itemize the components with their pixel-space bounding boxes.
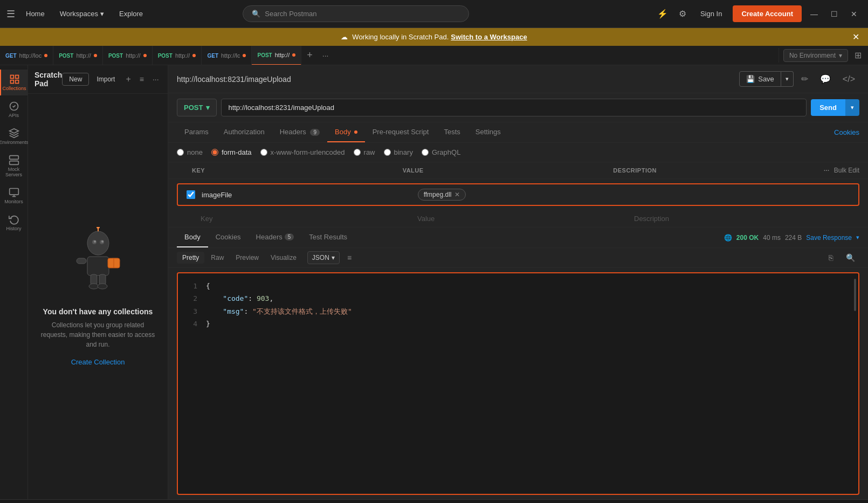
sidebar-item-apis[interactable]: APIs [0, 97, 28, 122]
tab-6-active[interactable]: POST http:// [252, 46, 301, 65]
svg-rect-0 [10, 75, 13, 79]
req-tab-params[interactable]: Params [177, 122, 216, 142]
radio-urlencoded[interactable]: x-www-form-urlencoded [260, 148, 345, 156]
fmt-tab-preview[interactable]: Preview [230, 252, 264, 264]
format-icon-btn[interactable]: ≡ [343, 251, 356, 264]
fmt-tab-pretty[interactable]: Pretty [177, 252, 204, 264]
format-select[interactable]: JSON ▾ [307, 251, 340, 264]
nav-workspaces[interactable]: Workspaces ▾ [56, 6, 108, 21]
tab-6-method: POST [257, 52, 272, 58]
sync-icon-btn[interactable]: ⚡ [654, 5, 671, 22]
radio-form-data[interactable]: form-data [211, 148, 252, 156]
search-bar[interactable]: 🔍 Search Postman [243, 5, 469, 22]
resp-tab-cookies[interactable]: Cookies [208, 228, 249, 247]
apis-label: APIs [9, 113, 19, 118]
new-button[interactable]: New [62, 73, 89, 86]
req-tab-settings[interactable]: Settings [468, 122, 508, 142]
tab-4[interactable]: POST http:// [153, 46, 202, 65]
sidebar-item-monitors[interactable]: Monitors [0, 183, 28, 209]
more-tabs-button[interactable]: ··· [318, 46, 333, 65]
search-response-icon-btn[interactable]: 🔍 [842, 251, 859, 264]
resp-tab-test-results[interactable]: Test Results [301, 228, 355, 247]
code-line-1: 1 { [187, 280, 850, 292]
req-tab-body[interactable]: Body [327, 122, 365, 142]
tab-3-method: POST [108, 53, 123, 59]
kv-row-1-checkbox[interactable] [187, 190, 195, 199]
sidebar-icons: Collections APIs Environments Mock Serve… [0, 65, 28, 499]
file-tag-remove-icon[interactable]: ✕ [454, 191, 460, 198]
method-select[interactable]: POST ▾ [177, 99, 217, 116]
tab-bar-right: No Environment ▾ ⊞ [779, 48, 864, 63]
kv-empty-value[interactable]: Value [417, 215, 634, 223]
banner-bold-text[interactable]: Switch to a Workspace [451, 33, 527, 41]
add-tab-button[interactable]: + [301, 46, 318, 65]
radio-graphql[interactable]: GraphQL [422, 148, 460, 156]
radio-urlencoded-label: x-www-form-urlencoded [271, 148, 345, 156]
cookies-link[interactable]: Cookies [834, 123, 859, 142]
format-chevron-icon: ▾ [332, 254, 335, 261]
sidebar-item-collections[interactable]: Collections [0, 70, 28, 95]
bulk-edit-button[interactable]: Bulk Edit [834, 167, 859, 174]
history-icon [9, 214, 19, 225]
send-dropdown-button[interactable]: ▾ [845, 99, 859, 116]
tab-2[interactable]: POST http:// [53, 46, 103, 65]
response-tabs-bar: Body Cookies Headers 5 Test Results 🌐 20… [168, 228, 868, 248]
sidebar-more-icon-btn[interactable]: ··· [149, 74, 162, 85]
create-collection-link[interactable]: Create Collection [71, 358, 125, 366]
kv-empty-desc[interactable]: Description [634, 215, 851, 223]
save-button[interactable]: 💾 Save [739, 71, 781, 87]
save-response-button[interactable]: Save Response [806, 234, 852, 242]
svg-rect-9 [9, 189, 18, 195]
req-tab-headers[interactable]: Headers 9 [272, 122, 327, 142]
sign-in-button[interactable]: Sign In [694, 6, 728, 21]
tab-1[interactable]: GET http://loc [0, 46, 53, 65]
sidebar-item-history[interactable]: History [0, 210, 28, 236]
sidebar-item-environments[interactable]: Environments [0, 123, 28, 149]
create-account-button[interactable]: Create Account [733, 5, 802, 22]
fmt-tab-raw[interactable]: Raw [205, 252, 229, 264]
scratch-pad-title: Scratch Pad [35, 71, 62, 88]
settings-icon-btn[interactable]: ⚙ [676, 5, 690, 22]
empty-state-title: You don't have any collections [43, 307, 153, 316]
comment-icon-btn[interactable]: 💬 [816, 71, 835, 87]
fmt-tab-visualize[interactable]: Visualize [265, 252, 302, 264]
code-icon-btn[interactable]: </> [838, 71, 859, 87]
req-tab-body-label: Body [335, 128, 351, 136]
response-meta: 🌐 200 OK 40 ms 224 B Save Response ▾ [724, 234, 859, 242]
kv-table-header: KEY VALUE DESCRIPTION ··· Bulk Edit [168, 162, 868, 179]
tab-3[interactable]: POST http:// [103, 46, 153, 65]
nav-explore[interactable]: Explore [115, 6, 147, 21]
url-input[interactable] [221, 99, 807, 116]
resp-tab-headers[interactable]: Headers 5 [249, 228, 302, 247]
env-settings-icon-btn[interactable]: ⊞ [852, 48, 864, 63]
resp-tab-body[interactable]: Body [177, 228, 208, 247]
req-tab-tests[interactable]: Tests [436, 122, 467, 142]
close-button[interactable]: ✕ [846, 8, 862, 20]
env-selector[interactable]: No Environment ▾ [783, 49, 848, 62]
sidebar-add-icon-btn[interactable]: + [122, 73, 134, 85]
req-tab-authorization[interactable]: Authorization [216, 122, 272, 142]
req-tab-prerequest[interactable]: Pre-request Script [365, 122, 437, 142]
svg-rect-20 [77, 258, 86, 264]
menu-icon[interactable]: ☰ [6, 8, 15, 20]
radio-raw[interactable]: raw [354, 148, 375, 156]
nav-home[interactable]: Home [22, 6, 49, 21]
tab-5-method: GET [207, 53, 218, 59]
kv-row-1-value: ffmpeg.dll ✕ [418, 189, 634, 201]
maximize-button[interactable]: ☐ [826, 8, 842, 20]
sidebar-sort-icon-btn[interactable]: ≡ [136, 74, 147, 85]
send-button[interactable]: Send [811, 99, 845, 116]
req-tab-tests-label: Tests [444, 128, 460, 136]
banner-close-button[interactable]: ✕ [852, 32, 859, 42]
edit-pencil-icon-btn[interactable]: ✏ [797, 71, 812, 87]
kv-empty-key[interactable]: Key [201, 215, 417, 223]
radio-none[interactable]: none [177, 148, 203, 156]
save-dropdown-button[interactable]: ▾ [781, 71, 794, 87]
radio-binary[interactable]: binary [384, 148, 413, 156]
minimize-button[interactable]: — [806, 8, 822, 20]
tab-5[interactable]: GET http://lc [202, 46, 252, 65]
copy-icon-btn[interactable]: ⎘ [824, 251, 837, 264]
sidebar-item-mock-servers[interactable]: Mock Servers [0, 150, 28, 182]
banner-normal-text: Working locally in Scratch Pad. [352, 33, 449, 41]
import-button[interactable]: Import [91, 73, 120, 85]
